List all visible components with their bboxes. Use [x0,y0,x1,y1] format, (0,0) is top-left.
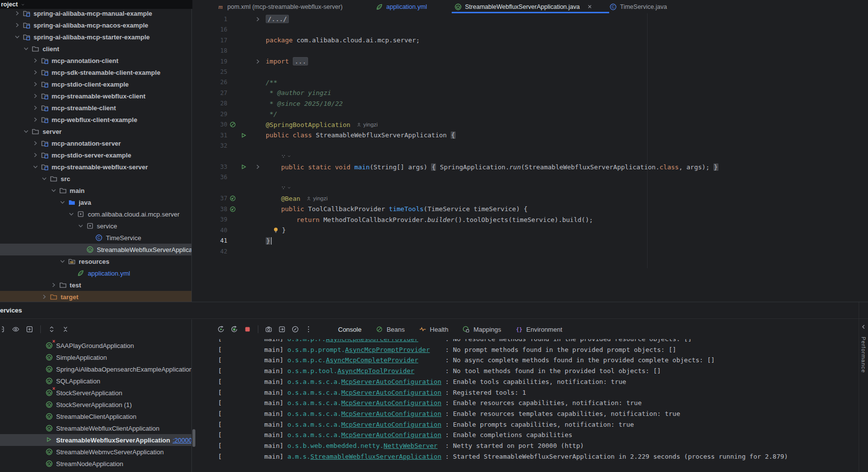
tree-item-test[interactable]: test [0,279,191,291]
tree-item-server[interactable]: server [0,126,191,137]
project-panel-header[interactable]: roject [0,0,192,9]
tree-item-spring-ai-alibaba-mcp-manual-example[interactable]: spring-ai-alibaba-mcp-manual-example [0,9,191,19]
logger-class-link[interactable]: StreamableWebfluxServerApplication [310,453,441,460]
author-inlay-hint[interactable]: yingzi [306,195,327,201]
tree-item-mcp-streamble-client[interactable]: mcp-streamble-client [0,102,191,114]
rerunBug-icon[interactable] [230,325,239,334]
chevron-right-icon[interactable] [31,57,39,64]
console-tab-Console[interactable]: Console [338,326,362,333]
logger-class-link[interactable]: AsyncMcpCompleteProvider [326,356,418,364]
performance-tab[interactable]: Performance [861,337,867,373]
chevron-right-icon[interactable] [31,68,39,76]
more-icon[interactable] [304,325,313,334]
tree-item-target[interactable]: target [0,291,191,302]
service-item-StreamableWebfluxServerApplication[interactable]: StreamableWebfluxServerApplication:20000… [0,434,191,446]
chevron-down-icon[interactable] [13,33,21,41]
editor-tab-StreamableWebfluxServerApplication.java[interactable]: StreamableWebfluxServerApplication.java [454,0,593,13]
fold-chevron-icon[interactable] [253,58,262,65]
chevron-down-icon[interactable] [50,187,58,194]
chevron-down-icon[interactable] [59,257,66,265]
console-tab-Mappings[interactable]: Mappings [462,325,501,333]
tree-item-service[interactable]: service [0,220,191,232]
service-item-StreamNodeApplication[interactable]: StreamNodeApplication [0,458,191,470]
editor-tab-pom.xml (mcp-streamable-webflux-server)[interactable]: mpom.xml (mcp-streamable-webflux-server) [217,0,342,13]
tree-item-TimeService[interactable]: CTimeService [0,232,191,244]
chevron-down-icon[interactable] [22,45,30,53]
tree-item-java[interactable]: java [0,196,191,208]
chevron-right-icon[interactable] [31,104,39,112]
eye-icon[interactable] [11,325,20,334]
tree-item-mcp-streamable-webflux-server[interactable]: mcp-streamable-webflux-server [0,161,191,173]
console-tab-Health[interactable]: Health [419,325,449,333]
code-editor[interactable]: 1/.../1617package com.alibaba.cloud.ai.m… [192,13,868,302]
chevron-right-icon[interactable] [31,116,39,124]
logger-class-link[interactable]: AsyncMcpToolProvider [338,367,415,375]
stop-icon[interactable] [243,325,252,334]
logger-class-link[interactable]: AsyncMcpResourceProvider [326,339,418,343]
logger-class-link[interactable]: McpServerAutoConfiguration [341,378,441,385]
service-item-SAAPlayGroundApplication[interactable]: ×SAAPlayGroundApplication [0,340,191,351]
chevron-right-icon[interactable] [13,21,21,29]
tree-item-resources[interactable]: resources [0,255,191,267]
logger-class-link[interactable]: NettyWebServer [384,442,438,449]
tree-item-mcp-streamable-webflux-client[interactable]: mcp-streamable-webflux-client [0,90,191,102]
chevron-down-icon[interactable] [59,198,66,206]
logger-class-link[interactable]: McpServerAutoConfiguration [341,410,441,417]
tree-item-src[interactable]: src [0,173,191,185]
tree-item-client[interactable]: client [0,43,191,55]
service-item-StockServerApplication[interactable]: ×StockServerApplication [0,387,191,399]
chevron-right-icon[interactable] [50,281,58,289]
console-log[interactable]: [ main] o.s.m.p.r.AsyncMcpResourceProvid… [192,339,859,472]
logger-class-link[interactable]: McpServerAutoConfiguration [341,421,441,428]
collapse-icon[interactable] [61,325,70,334]
tree-item-mcp-annotation-client[interactable]: mcp-annotation-client [0,55,191,66]
collapse-pane-icon[interactable] [860,323,868,331]
tree-item-mcp-annotation-server[interactable]: mcp-annotation-server [0,137,191,149]
lightbulb-icon[interactable] [272,226,279,234]
service-item-SimpleApplication[interactable]: SimpleApplication [0,351,191,363]
fold-chevron-icon[interactable] [253,15,262,23]
chevron-right-icon[interactable] [31,139,39,147]
bean-gutter-icon[interactable] [227,121,238,128]
dump-icon[interactable] [278,325,286,334]
tree-item-mcp-webflux-client-example[interactable]: mcp-webflux-client-example [0,114,191,126]
service-item-StreamableClientApplication[interactable]: StreamableClientApplication [0,410,191,422]
run-gutter-icon[interactable] [238,132,249,139]
logger-class-link[interactable]: McpServerAutoConfiguration [341,399,441,407]
tree-item-main[interactable]: main [0,185,191,196]
logger-class-link[interactable]: McpServerAutoConfiguration [341,431,441,439]
chevron-down-icon[interactable] [22,127,30,135]
fold-chevron-icon[interactable] [253,163,262,171]
chevron-right-icon[interactable] [40,293,48,301]
service-item-SQLApplication[interactable]: SQLApplication [0,375,191,387]
tree-item-StreamableWebfluxServerApplication[interactable]: StreamableWebfluxServerApplication [0,244,191,255]
chevron-down-icon[interactable] [40,175,48,183]
chevron-right-icon[interactable] [13,9,21,17]
clipped-toolbar-icon[interactable] [2,325,6,334]
run-gutter-icon[interactable] [238,163,249,170]
tree-item-spring-ai-alibaba-mcp-nacos-example[interactable]: spring-ai-alibaba-mcp-nacos-example [0,19,191,31]
tree-item-mcp-stdio-server-example[interactable]: mcp-stdio-server-example [0,149,191,161]
chevron-right-icon[interactable] [31,92,39,100]
logger-class-link[interactable]: McpServerAutoConfiguration [341,389,441,396]
close-icon[interactable] [586,3,593,10]
tree-item-mcp-sdk-streamable-client-example[interactable]: mcp-sdk-streamable-client-example [0,66,191,78]
tree-item-com.alibaba.cloud.ai.mcp.server[interactable]: com.alibaba.cloud.ai.mcp.server [0,208,191,220]
chevron-right-icon[interactable] [31,80,39,88]
rerun-icon[interactable] [217,325,225,334]
chevron-down-icon[interactable] [77,222,85,230]
beanArrow-gutter-icon[interactable] [227,206,238,213]
beanArrow-gutter-icon[interactable] [227,195,238,202]
console-tab-Beans[interactable]: Beans [375,325,405,333]
expand-icon[interactable] [47,325,56,334]
service-item-StreamableWebmvcServerApplication[interactable]: StreamableWebmvcServerApplication [0,446,191,458]
editor-tab-application.yml[interactable]: application.yml [375,0,427,13]
code-vision-hint[interactable] [281,186,291,190]
console-tab-Environment[interactable]: {}Environment [515,325,562,333]
addSvc-icon[interactable] [25,325,34,334]
service-item-StreamableWebfluxClientApplication[interactable]: StreamableWebfluxClientApplication [0,422,191,434]
logger-class-link[interactable]: AsyncMcpPromptProvider [345,346,430,353]
services-panel-title-bar[interactable]: ervices [0,302,868,319]
author-inlay-hint[interactable]: yingzi [356,122,377,127]
editor-tab-TimeService.java[interactable]: CTimeService.java [609,0,667,13]
